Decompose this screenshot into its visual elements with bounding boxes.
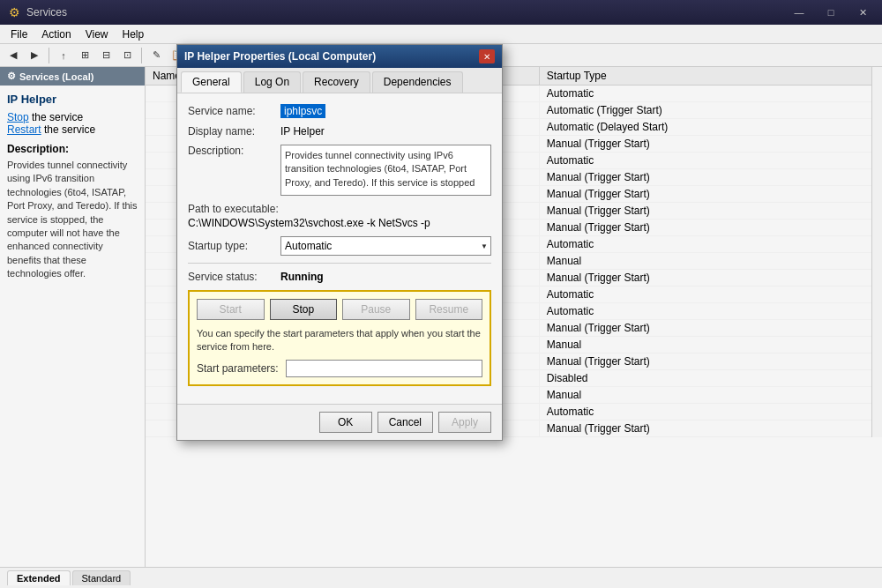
startup-type-select-wrapper: Automatic Automatic (Delayed Start) Manu…: [280, 236, 491, 256]
service-status-row: Service status: Running: [188, 271, 491, 283]
path-label: Path to executable:: [188, 203, 491, 215]
tab-logon[interactable]: Log On: [243, 71, 301, 93]
start-button[interactable]: Start: [197, 299, 265, 320]
params-row: Start parameters:: [197, 360, 482, 377]
pause-button[interactable]: Pause: [342, 299, 410, 320]
dialog-tabs: General Log On Recovery Dependencies: [177, 68, 502, 93]
display-name-label: Display name:: [188, 125, 280, 138]
dialog-title: IP Helper Properties (Local Computer): [184, 50, 479, 63]
dialog: IP Helper Properties (Local Computer) ✕ …: [176, 44, 503, 441]
params-label: Start parameters:: [197, 362, 279, 375]
dialog-footer: OK Cancel Apply: [177, 404, 502, 440]
service-status-label: Service status:: [188, 271, 280, 283]
service-status-value: Running: [280, 271, 324, 283]
cancel-button[interactable]: Cancel: [377, 412, 433, 433]
startup-type-label: Startup type:: [188, 240, 280, 252]
description-row: Description: Provides tunnel connectivit…: [188, 145, 491, 196]
params-input[interactable]: [286, 360, 482, 377]
tab-recovery[interactable]: Recovery: [303, 71, 370, 93]
service-name-label: Service name:: [188, 105, 280, 117]
path-value: C:\WINDOWS\System32\svchost.exe -k NetSv…: [188, 217, 491, 229]
service-name-value: iphlpsvc: [280, 104, 325, 118]
hint-text: You can specify the start parameters tha…: [197, 327, 482, 354]
dialog-overlay: IP Helper Properties (Local Computer) ✕ …: [0, 0, 882, 588]
dialog-content: Service name: iphlpsvc Display name: IP …: [177, 93, 502, 404]
display-name-row: Display name: IP Helper: [188, 125, 491, 138]
tab-general[interactable]: General: [181, 71, 242, 93]
path-row: Path to executable: C:\WINDOWS\System32\…: [188, 203, 491, 229]
apply-button[interactable]: Apply: [438, 412, 491, 433]
description-label: Description:: [188, 145, 280, 157]
startup-type-row: Startup type: Automatic Automatic (Delay…: [188, 236, 491, 256]
description-value: Provides tunnel connectivity using IPv6 …: [280, 145, 491, 196]
dialog-close-button[interactable]: ✕: [479, 49, 495, 63]
display-name-value: IP Helper: [280, 125, 325, 138]
stop-button[interactable]: Stop: [270, 299, 338, 320]
service-name-row: Service name: iphlpsvc: [188, 104, 491, 118]
startup-type-select[interactable]: Automatic Automatic (Delayed Start) Manu…: [280, 236, 491, 256]
service-control-area: Start Stop Pause Resume You can specify …: [188, 290, 491, 386]
resume-button[interactable]: Resume: [415, 299, 483, 320]
ok-button[interactable]: OK: [319, 412, 372, 433]
divider-1: [188, 263, 491, 264]
dialog-title-bar: IP Helper Properties (Local Computer) ✕: [177, 45, 502, 68]
service-btn-row: Start Stop Pause Resume: [197, 299, 482, 320]
tab-dependencies[interactable]: Dependencies: [372, 71, 463, 93]
